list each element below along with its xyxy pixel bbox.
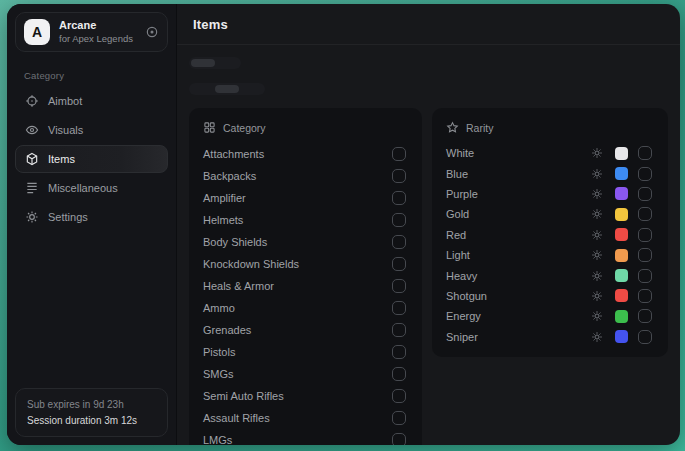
category-row[interactable]: Assault Rifles: [203, 407, 408, 429]
rarity-color-swatch[interactable]: [615, 249, 628, 262]
sidebar-item[interactable]: Items: [15, 145, 168, 173]
sidebar-item[interactable]: Settings: [15, 203, 168, 231]
main-area: Items: [177, 4, 680, 445]
rarity-row[interactable]: Gold: [446, 204, 654, 224]
gear-icon[interactable]: [591, 187, 604, 200]
rarity-checkbox[interactable]: [638, 228, 652, 242]
gear-icon[interactable]: [591, 310, 604, 323]
rarity-row[interactable]: Light: [446, 245, 654, 265]
gear-icon[interactable]: [591, 269, 604, 282]
category-panel-header: Category: [203, 121, 408, 134]
category-checkbox[interactable]: [392, 389, 406, 403]
rarity-checkbox[interactable]: [638, 309, 652, 323]
rarity-row[interactable]: Sniper: [446, 327, 654, 347]
gear-icon[interactable]: [591, 167, 604, 180]
category-row[interactable]: Attachments: [203, 143, 408, 165]
rarity-label: Red: [446, 229, 591, 241]
category-row[interactable]: Ammo: [203, 297, 408, 319]
rarity-row[interactable]: Energy: [446, 306, 654, 326]
category-row[interactable]: Knockdown Shields: [203, 253, 408, 275]
rarity-row[interactable]: Purple: [446, 184, 654, 204]
category-row[interactable]: Backpacks: [203, 165, 408, 187]
rarity-checkbox[interactable]: [638, 187, 652, 201]
rarity-color-swatch[interactable]: [615, 228, 628, 241]
rarity-row[interactable]: Blue: [446, 163, 654, 183]
rarity-color-swatch[interactable]: [615, 269, 628, 282]
app-name: Arcane: [59, 19, 136, 33]
category-row[interactable]: Body Shields: [203, 231, 408, 253]
rarity-color-swatch[interactable]: [615, 187, 628, 200]
rarity-row[interactable]: White: [446, 143, 654, 163]
category-checkbox[interactable]: [392, 301, 406, 315]
mode-tabs: [189, 57, 241, 69]
category-checkbox[interactable]: [392, 169, 406, 183]
sidebar-item[interactable]: Visuals: [15, 116, 168, 144]
rarity-color-swatch[interactable]: [615, 208, 628, 221]
sidebar-item[interactable]: Aimbot: [15, 87, 168, 115]
rarity-label: Blue: [446, 168, 591, 180]
box-icon: [25, 152, 39, 166]
category-checkbox[interactable]: [392, 367, 406, 381]
category-label: Helmets: [203, 214, 392, 226]
rarity-checkbox[interactable]: [638, 167, 652, 181]
gear-icon[interactable]: [591, 228, 604, 241]
category-row[interactable]: Amplifier: [203, 187, 408, 209]
rarity-panel: Rarity White: [432, 108, 668, 357]
category-label: Semi Auto Rifles: [203, 390, 392, 402]
rarity-checkbox[interactable]: [638, 207, 652, 221]
category-checkbox[interactable]: [392, 147, 406, 161]
rarity-checkbox[interactable]: [638, 330, 652, 344]
rarity-checkbox[interactable]: [638, 269, 652, 283]
gear-icon[interactable]: [591, 289, 604, 302]
category-checkbox[interactable]: [392, 257, 406, 271]
gear-icon[interactable]: [591, 249, 604, 262]
category-label: Pistols: [203, 346, 392, 358]
category-row[interactable]: LMGs: [203, 429, 408, 445]
category-checkbox[interactable]: [392, 345, 406, 359]
sidebar-item[interactable]: Miscellaneous: [15, 174, 168, 202]
category-label: Amplifier: [203, 192, 392, 204]
app-subtitle: for Apex Legends: [59, 33, 136, 45]
rarity-checkbox[interactable]: [638, 146, 652, 160]
gear-icon[interactable]: [591, 208, 604, 221]
rarity-checkbox[interactable]: [638, 248, 652, 262]
app-titles: Arcane for Apex Legends: [59, 19, 136, 45]
rarity-color-swatch[interactable]: [615, 167, 628, 180]
rarity-checkbox[interactable]: [638, 289, 652, 303]
target-icon[interactable]: [145, 25, 159, 39]
rarity-label: Gold: [446, 208, 591, 220]
rarity-color-swatch[interactable]: [615, 330, 628, 343]
view-tab[interactable]: [215, 85, 239, 93]
category-row[interactable]: Heals & Armor: [203, 275, 408, 297]
category-checkbox[interactable]: [392, 323, 406, 337]
category-row[interactable]: Pistols: [203, 341, 408, 363]
rarity-row[interactable]: Heavy: [446, 265, 654, 285]
category-checkbox[interactable]: [392, 213, 406, 227]
category-checkbox[interactable]: [392, 433, 406, 445]
mode-tab[interactable]: [215, 59, 239, 67]
category-checkbox[interactable]: [392, 411, 406, 425]
category-row[interactable]: Grenades: [203, 319, 408, 341]
category-checkbox[interactable]: [392, 191, 406, 205]
category-row[interactable]: SMGs: [203, 363, 408, 385]
rarity-label: White: [446, 147, 591, 159]
mode-tab[interactable]: [191, 59, 215, 67]
gear-icon[interactable]: [591, 147, 604, 160]
rarity-color-swatch[interactable]: [615, 289, 628, 302]
category-row[interactable]: Helmets: [203, 209, 408, 231]
sidebar-item-label: Items: [48, 153, 75, 165]
category-checkbox[interactable]: [392, 279, 406, 293]
gear-icon[interactable]: [591, 330, 604, 343]
rarity-row[interactable]: Red: [446, 225, 654, 245]
app-window: A Arcane for Apex Legends Category Aimbo…: [7, 4, 680, 445]
view-tab[interactable]: [191, 85, 215, 93]
category-row[interactable]: Semi Auto Rifles: [203, 385, 408, 407]
rarity-color-swatch[interactable]: [615, 147, 628, 160]
rarity-row[interactable]: Shotgun: [446, 286, 654, 306]
sidebar-item-label: Miscellaneous: [48, 182, 118, 194]
category-checkbox[interactable]: [392, 235, 406, 249]
view-tab[interactable]: [239, 85, 263, 93]
rarity-color-swatch[interactable]: [615, 310, 628, 323]
main-body: Category Attachments Backpacks Amplifier: [177, 45, 680, 445]
rarity-label: Purple: [446, 188, 591, 200]
